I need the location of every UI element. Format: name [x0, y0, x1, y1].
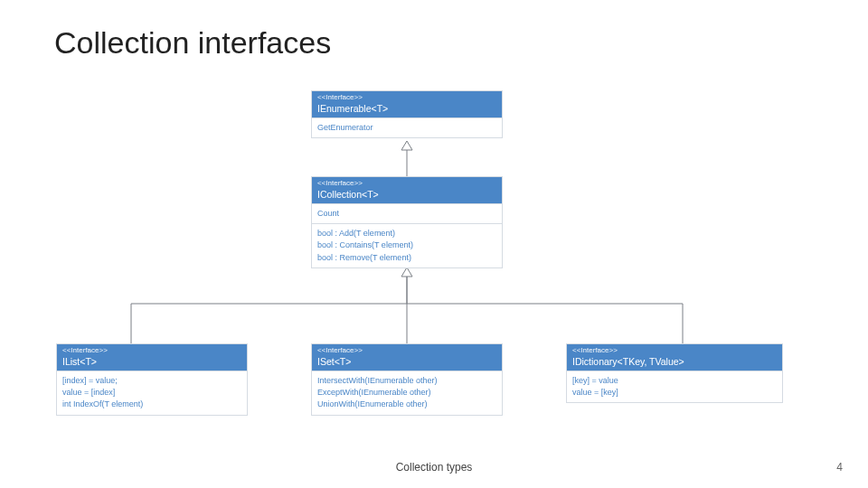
page-title: Collection interfaces: [54, 25, 331, 61]
uml-icollection: <<Interface>> ICollection<T> Count bool …: [311, 176, 503, 268]
member: bool : Remove(T element): [317, 252, 496, 264]
members: bool : Add(T element) bool : Contains(T …: [312, 223, 502, 267]
member: IntersectWith(IEnumerable other): [317, 375, 496, 387]
member: [index] = value;: [62, 375, 241, 387]
property: Count: [317, 208, 496, 220]
member: value = [key]: [572, 387, 777, 399]
member: bool : Add(T element): [317, 228, 496, 239]
class-name: IDictionary<TKey, TValue>: [572, 355, 777, 368]
member: int IndexOf(T element): [62, 399, 241, 410]
members: GetEnumerator: [312, 117, 502, 137]
member: value = [index]: [62, 387, 241, 399]
stereotype: <<Interface>>: [317, 347, 496, 355]
uml-ilist: <<Interface>> IList<T> [index] = value; …: [56, 343, 248, 416]
uml-ienumerable: <<Interface>> IEnumerable<T> GetEnumerat…: [311, 90, 503, 138]
class-name: IList<T>: [62, 355, 241, 368]
properties: Count: [312, 203, 502, 223]
uml-idictionary: <<Interface>> IDictionary<TKey, TValue> …: [566, 343, 783, 403]
class-name: IEnumerable<T>: [317, 102, 496, 115]
class-name: ISet<T>: [317, 355, 496, 368]
member: ExceptWith(IEnumerable other): [317, 387, 496, 399]
member: bool : Contains(T element): [317, 239, 496, 251]
member: UnionWith(IEnumerable other): [317, 399, 496, 410]
member: [key] = value: [572, 375, 777, 387]
stereotype: <<Interface>>: [572, 347, 777, 355]
page-number: 4: [836, 461, 843, 474]
stereotype: <<Interface>>: [317, 180, 496, 188]
class-name: ICollection<T>: [317, 188, 496, 201]
stereotype: <<Interface>>: [317, 94, 496, 102]
footer-title: Collection types: [0, 461, 868, 474]
members: [index] = value; value = [index] int Ind…: [57, 371, 247, 414]
members: IntersectWith(IEnumerable other) ExceptW…: [312, 371, 502, 414]
uml-iset: <<Interface>> ISet<T> IntersectWith(IEnu…: [311, 343, 503, 416]
members: [key] = value value = [key]: [567, 371, 782, 402]
stereotype: <<Interface>>: [62, 347, 241, 355]
member: GetEnumerator: [317, 122, 496, 134]
